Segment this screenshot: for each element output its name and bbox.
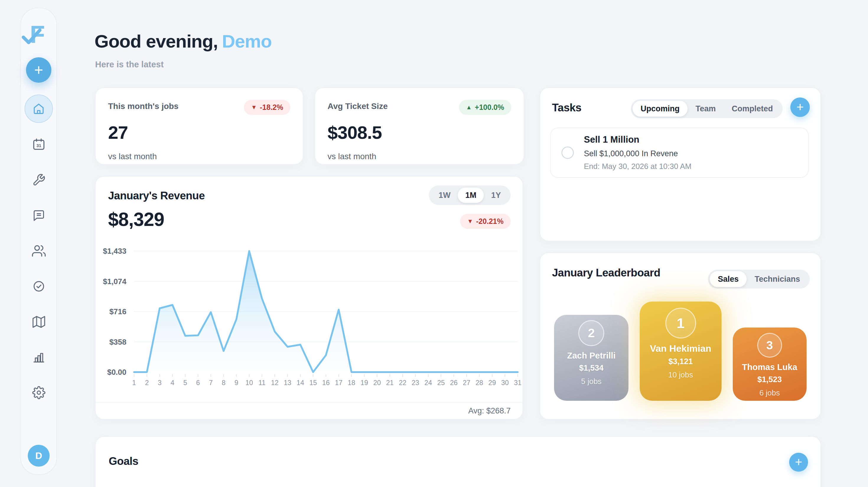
map-icon bbox=[32, 315, 45, 328]
revenue-change-value: -20.21% bbox=[476, 217, 503, 225]
svg-text:7: 7 bbox=[209, 379, 213, 387]
sidebar-item-map[interactable] bbox=[31, 314, 46, 329]
entry-jobs: 5 jobs bbox=[581, 377, 601, 386]
user-avatar[interactable]: D bbox=[28, 445, 50, 467]
svg-text:$1,433: $1,433 bbox=[103, 247, 126, 255]
svg-text:17: 17 bbox=[335, 379, 343, 387]
range-option-1m[interactable]: 1M bbox=[458, 187, 484, 203]
stat-change-badge: ▲ +100.0% bbox=[459, 100, 511, 115]
entry-name: Van Hekimian bbox=[650, 343, 711, 354]
entry-amount: $1,534 bbox=[579, 364, 604, 373]
revenue-average: Avg: $268.7 bbox=[468, 406, 510, 416]
sidebar-item-approvals[interactable] bbox=[31, 279, 46, 294]
goals-panel: Goals + bbox=[95, 436, 821, 487]
svg-text:12: 12 bbox=[271, 379, 279, 387]
svg-text:19: 19 bbox=[361, 379, 368, 387]
stat-value: 27 bbox=[108, 122, 290, 143]
bar-chart-icon bbox=[32, 351, 45, 364]
svg-text:10: 10 bbox=[245, 379, 253, 387]
sidebar-item-home[interactable] bbox=[25, 94, 53, 123]
svg-text:2: 2 bbox=[145, 379, 149, 387]
task-item[interactable]: Sell 1 Million Sell $1,000,000 In Revene… bbox=[550, 128, 809, 178]
plus-icon: + bbox=[34, 62, 43, 78]
home-icon bbox=[32, 101, 46, 116]
revenue-change-badge: ▼ -20.21% bbox=[460, 214, 510, 229]
add-goal-button[interactable]: + bbox=[789, 453, 808, 471]
plus-icon: + bbox=[795, 455, 802, 469]
svg-text:$358: $358 bbox=[109, 338, 126, 346]
svg-text:16: 16 bbox=[322, 379, 330, 387]
svg-text:29: 29 bbox=[489, 379, 496, 387]
svg-text:31: 31 bbox=[514, 379, 522, 387]
task-text: Sell 1 Million Sell $1,000,000 In Revene… bbox=[584, 134, 691, 171]
stat-label: This month's jobs bbox=[108, 100, 178, 111]
tab-completed[interactable]: Completed bbox=[723, 101, 781, 117]
stat-change-value: +100.0% bbox=[475, 103, 504, 112]
new-item-button[interactable]: + bbox=[26, 57, 52, 83]
range-option-1w[interactable]: 1W bbox=[431, 187, 458, 203]
rank-badge: 2 bbox=[578, 320, 604, 346]
entry-name: Thomas Luka bbox=[742, 362, 797, 372]
svg-text:6: 6 bbox=[196, 379, 200, 387]
app-logo[interactable]: F bbox=[25, 22, 52, 49]
stat-card-jobs: This month's jobs ▼ -18.2% 27 vs last mo… bbox=[95, 87, 303, 165]
svg-text:13: 13 bbox=[284, 379, 291, 387]
podium-third-place: 3 Thomas Luka $1,523 6 jobs bbox=[733, 328, 807, 401]
greeting-text: Good evening, bbox=[94, 31, 218, 51]
plus-icon: + bbox=[797, 100, 804, 114]
leaderboard-title: January Leaderboard bbox=[552, 267, 660, 279]
svg-text:20: 20 bbox=[373, 379, 381, 387]
tab-upcoming[interactable]: Upcoming bbox=[632, 101, 687, 117]
svg-text:$1,074: $1,074 bbox=[103, 277, 126, 286]
sidebar-item-customers[interactable] bbox=[31, 243, 46, 258]
sidebar-item-settings[interactable] bbox=[31, 385, 46, 400]
svg-text:3: 3 bbox=[158, 379, 161, 387]
leaderboard-tabs: Sales Technicians bbox=[708, 270, 810, 288]
user-name: Demo bbox=[222, 31, 272, 51]
sidebar-item-messages[interactable] bbox=[31, 208, 46, 223]
leaderboard-panel: January Leaderboard Sales Technicians 2 … bbox=[539, 252, 821, 420]
entry-amount: $3,121 bbox=[668, 357, 693, 366]
tab-team[interactable]: Team bbox=[687, 101, 724, 117]
sidebar-item-reports[interactable] bbox=[31, 350, 46, 364]
svg-text:1: 1 bbox=[132, 379, 136, 387]
sidebar: F + 31 bbox=[20, 8, 57, 475]
stat-change-value: -18.2% bbox=[260, 103, 283, 112]
down-arrow-icon: ▼ bbox=[467, 218, 473, 225]
sidebar-item-jobs[interactable] bbox=[31, 173, 46, 187]
tab-sales[interactable]: Sales bbox=[710, 271, 747, 287]
revenue-footer: Avg: $268.7 bbox=[96, 402, 523, 419]
wrench-icon bbox=[32, 173, 45, 187]
svg-text:$716: $716 bbox=[109, 307, 126, 316]
revenue-card: January's Revenue 1W 1M 1Y $8,329 ▼ -20.… bbox=[95, 176, 523, 420]
tab-technicians[interactable]: Technicians bbox=[747, 271, 808, 287]
task-checkbox[interactable] bbox=[561, 147, 574, 159]
svg-text:31: 31 bbox=[36, 143, 41, 148]
entry-jobs: 10 jobs bbox=[668, 370, 693, 379]
svg-text:25: 25 bbox=[437, 379, 445, 387]
users-icon bbox=[32, 244, 46, 258]
page-title: Good evening,Demo bbox=[94, 31, 272, 52]
stat-label: Avg Ticket Size bbox=[328, 100, 388, 111]
svg-text:27: 27 bbox=[463, 379, 470, 387]
chat-icon bbox=[32, 209, 45, 222]
check-circle-icon bbox=[32, 280, 45, 293]
stat-change-badge: ▼ -18.2% bbox=[244, 100, 290, 115]
tasks-tabs: Upcoming Team Completed bbox=[631, 99, 783, 118]
svg-text:4: 4 bbox=[171, 379, 175, 387]
entry-jobs: 6 jobs bbox=[759, 388, 780, 397]
gear-icon bbox=[32, 386, 45, 399]
rank-badge: 1 bbox=[665, 308, 696, 338]
add-task-button[interactable]: + bbox=[790, 97, 810, 117]
svg-text:14: 14 bbox=[297, 379, 304, 387]
sidebar-item-calendar[interactable]: 31 bbox=[31, 137, 46, 152]
svg-text:23: 23 bbox=[412, 379, 420, 387]
logo-check-icon bbox=[22, 28, 43, 47]
svg-text:26: 26 bbox=[450, 379, 458, 387]
task-description: Sell $1,000,000 In Revene bbox=[584, 149, 691, 158]
avatar-initial: D bbox=[35, 450, 42, 461]
svg-text:22: 22 bbox=[399, 379, 407, 387]
calendar-icon: 31 bbox=[32, 138, 46, 152]
revenue-value: $8,329 bbox=[108, 209, 164, 231]
range-option-1y[interactable]: 1Y bbox=[484, 187, 508, 203]
